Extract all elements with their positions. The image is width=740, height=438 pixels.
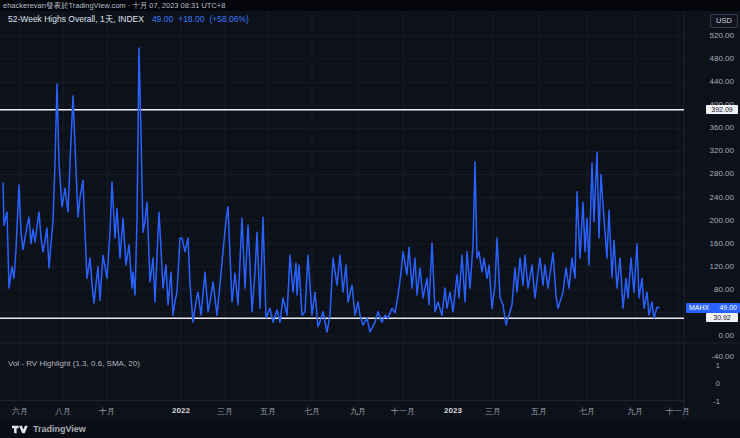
price-tick-label: 120.00 bbox=[710, 262, 734, 272]
hline-upper-label: 392.09 bbox=[706, 105, 738, 114]
price-change-percent: (+58.06%) bbox=[209, 14, 248, 24]
price-tick-label: 80.00 bbox=[714, 285, 734, 295]
time-tick-month-label: 七月 bbox=[304, 406, 320, 417]
price-tick-label: 360.00 bbox=[710, 123, 734, 133]
price-tick-label: 240.00 bbox=[710, 193, 734, 203]
price-tick-label: 200.00 bbox=[710, 216, 734, 226]
time-tick-month-label: 九月 bbox=[350, 406, 366, 417]
price-tick-clipped: -40.00 bbox=[711, 352, 734, 359]
time-tick-month-label: 三月 bbox=[217, 406, 233, 417]
price-axis[interactable]: -40.00 520.00480.00440.00400.00360.00320… bbox=[684, 0, 740, 420]
chart-canvas[interactable] bbox=[0, 0, 740, 438]
symbol-title: 52-Week Highs Overall, 1天, INDEX bbox=[8, 14, 144, 24]
time-tick-month-label: 六月 bbox=[12, 406, 28, 417]
volume-scale-label: 1 bbox=[716, 361, 720, 370]
time-axis[interactable]: 六月八月十月2022三月五月七月九月十一月2023三月五月七月九月十一月 bbox=[0, 400, 684, 421]
volume-scale-label: 0 bbox=[716, 379, 720, 388]
time-tick-year-label: 2023 bbox=[444, 406, 462, 415]
time-tick-month-label: 十一月 bbox=[391, 406, 415, 417]
hline-lower-label: 30.92 bbox=[706, 313, 738, 322]
price-tick-label: 520.00 bbox=[710, 31, 734, 41]
time-tick-month-label: 五月 bbox=[260, 406, 276, 417]
time-tick-month-label: 五月 bbox=[531, 406, 547, 417]
last-price-axis-label: MAHX 49.00 bbox=[686, 303, 740, 313]
last-price: 49.00 bbox=[152, 14, 173, 24]
currency-toggle-button[interactable]: USD bbox=[710, 14, 738, 28]
price-change: +18.00 bbox=[178, 14, 204, 24]
price-tick-label: 440.00 bbox=[710, 77, 734, 87]
time-tick-month-label: 十月 bbox=[99, 406, 115, 417]
time-tick-year-label: 2022 bbox=[172, 406, 190, 415]
footer: TradingView bbox=[0, 420, 740, 438]
price-tick-label: 480.00 bbox=[710, 54, 734, 64]
tradingview-logo-icon[interactable] bbox=[12, 425, 28, 434]
volume-scale-label: -1 bbox=[713, 397, 720, 406]
symbol-legend[interactable]: 52-Week Highs Overall, 1天, INDEX49.00+18… bbox=[8, 14, 249, 26]
ticker-code: MAHX bbox=[689, 303, 709, 313]
volume-indicator-legend[interactable]: Vol - RV Highlight (1.3, 0.6, SMA, 20) bbox=[8, 359, 140, 368]
price-tick-label: 280.00 bbox=[710, 169, 734, 179]
ticker-last-value: 49.00 bbox=[719, 303, 737, 313]
time-tick-month-label: 八月 bbox=[55, 406, 71, 417]
price-tick-label: 160.00 bbox=[710, 239, 734, 249]
time-tick-month-label: 三月 bbox=[485, 406, 501, 417]
time-tick-month-label: 七月 bbox=[579, 406, 595, 417]
price-tick-label: 0.00 bbox=[718, 331, 734, 341]
tradingview-snapshot: ehackerevan發表於TradingView.com · 十月 07, 2… bbox=[0, 0, 740, 438]
footer-brand[interactable]: TradingView bbox=[33, 424, 86, 434]
time-tick-month-label: 九月 bbox=[627, 406, 643, 417]
price-tick-label: 320.00 bbox=[710, 146, 734, 156]
